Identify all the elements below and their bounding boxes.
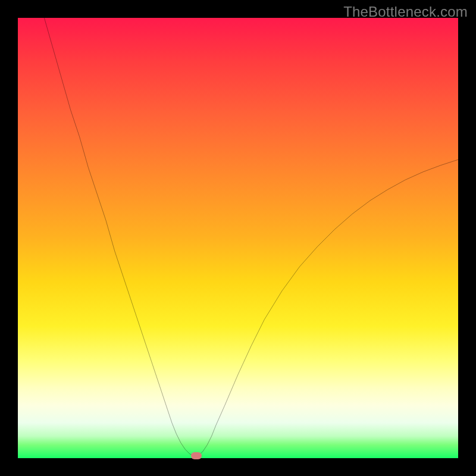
bottleneck-curve-path [44,18,458,456]
bottleneck-curve-svg [18,18,458,458]
chart-frame: TheBottleneck.com [0,0,476,476]
optimal-point-marker [191,452,202,459]
watermark-text: TheBottleneck.com [343,4,468,20]
